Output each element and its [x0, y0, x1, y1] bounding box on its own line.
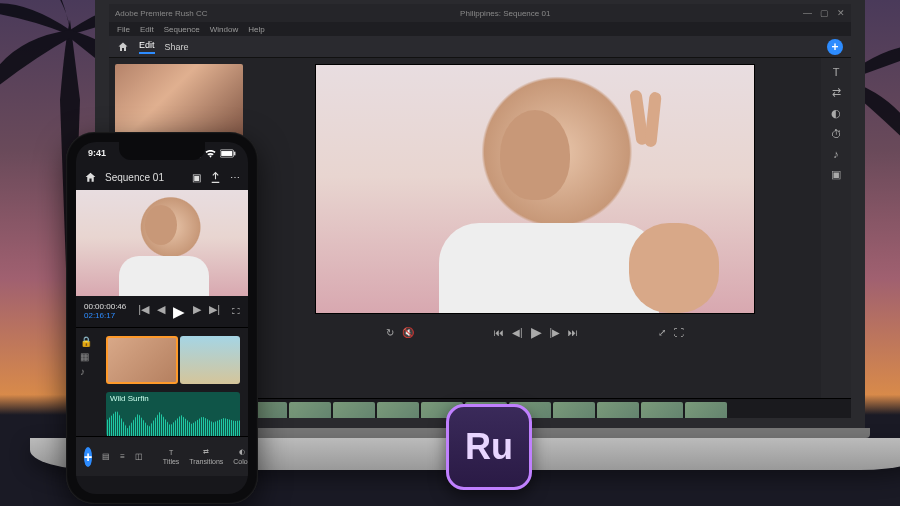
maximize-icon[interactable]: ▢ [820, 8, 829, 18]
home-icon[interactable] [84, 171, 97, 184]
app-title: Adobe Premiere Rush CC [115, 9, 207, 18]
lock-icon[interactable]: 🔒 [80, 336, 92, 347]
menu-edit[interactable]: Edit [140, 25, 154, 34]
transport-controls: ↻ 🔇 ⏮ ◀| ▶ |▶ ⏭ ⤢ [259, 320, 811, 344]
color-icon: ◐ [239, 448, 245, 456]
color-tool[interactable]: ◐ Color [233, 448, 248, 465]
titles-tool[interactable]: T Titles [163, 449, 179, 465]
timeline-clip[interactable] [641, 402, 683, 429]
crop-icon[interactable]: ▣ [831, 168, 841, 181]
transitions-tool[interactable]: ⇄ Transitions [189, 448, 223, 465]
phone-device: 9:41 ▮▮▮ Sequence 01 ▣ ⋯ [66, 132, 258, 504]
speed-icon[interactable]: ⏱ [831, 128, 842, 140]
project-icon[interactable]: ▤ [102, 452, 110, 461]
timeline-clip[interactable] [377, 402, 419, 429]
top-toolbar: Edit Share + [109, 36, 851, 58]
document-title: Philippines: Sequence 01 [460, 9, 550, 18]
next-icon[interactable]: ▶ [193, 303, 201, 321]
right-tool-rail: T ⇄ ◐ ⏱ ♪ ▣ [821, 58, 851, 398]
timeline-clip[interactable] [597, 402, 639, 429]
titles-icon[interactable]: T [833, 66, 840, 78]
mute-icon[interactable]: 🔇 [402, 327, 414, 338]
prev-icon[interactable]: ⏮ [494, 327, 504, 338]
export-icon[interactable] [209, 171, 222, 184]
mobile-app: 9:41 ▮▮▮ Sequence 01 ▣ ⋯ [76, 142, 248, 494]
step-fwd-icon[interactable]: |▶ [550, 327, 561, 338]
phone-notch [119, 142, 205, 160]
timeline-audio-clip[interactable]: Wild Surfin [106, 392, 240, 436]
track-icon[interactable]: ≡ [120, 452, 125, 461]
svg-rect-1 [221, 151, 232, 156]
video-track-icon[interactable]: ▦ [80, 351, 92, 362]
timecode-total: 02:16:17 [84, 312, 126, 321]
expand-icon[interactable]: ⤢ [658, 327, 666, 338]
close-icon[interactable]: ✕ [837, 8, 845, 18]
transitions-icon: ⇄ [203, 448, 209, 456]
add-media-button[interactable]: + [84, 447, 92, 467]
menu-sequence[interactable]: Sequence [164, 25, 200, 34]
battery-icon [220, 149, 236, 158]
titles-icon: T [169, 449, 173, 456]
edit-icon[interactable]: ◫ [135, 452, 143, 461]
video-preview[interactable] [315, 64, 755, 314]
rush-app-label: Ru [465, 426, 513, 468]
rush-app-icon: Ru [446, 404, 532, 490]
prev-icon[interactable]: ◀ [157, 303, 165, 321]
timeline-clip[interactable] [553, 402, 595, 429]
transitions-icon[interactable]: ⇄ [832, 86, 841, 99]
timeline-clip[interactable] [333, 402, 375, 429]
audio-icon[interactable]: ♪ [833, 148, 839, 160]
menu-file[interactable]: File [117, 25, 130, 34]
tab-share[interactable]: Share [165, 42, 189, 52]
timeline-video-clip[interactable] [106, 336, 178, 384]
menu-bar: File Edit Sequence Window Help [109, 22, 851, 36]
step-back-icon[interactable]: |◀ [138, 303, 149, 321]
timeline-clip[interactable] [289, 402, 331, 429]
wifi-icon [205, 149, 216, 158]
audio-clip-label: Wild Surfin [110, 394, 149, 403]
preview-panel: ↻ 🔇 ⏮ ◀| ▶ |▶ ⏭ ⤢ [249, 58, 821, 398]
menu-window[interactable]: Window [210, 25, 238, 34]
mobile-video-preview[interactable] [76, 190, 248, 296]
play-icon[interactable]: ▶ [531, 324, 542, 340]
aspect-icon[interactable]: ▣ [192, 172, 201, 183]
step-back-icon[interactable]: ◀| [512, 327, 523, 338]
minimize-icon[interactable]: — [803, 8, 812, 18]
mobile-header: Sequence 01 ▣ ⋯ [76, 164, 248, 190]
color-icon[interactable]: ◐ [831, 107, 841, 120]
mobile-timeline[interactable]: 🔒 ▦ ♪ Wild Surfin [76, 328, 248, 436]
fullscreen-icon[interactable]: ⛶ [232, 307, 240, 316]
status-time: 9:41 [88, 148, 106, 158]
mobile-transport: 00:00:00:46 02:16:17 |◀ ◀ ▶ ▶ ▶| ⛶ [76, 296, 248, 328]
timeline-video-clip[interactable] [180, 336, 240, 384]
tab-edit[interactable]: Edit [139, 40, 155, 54]
svg-rect-2 [234, 151, 235, 155]
timeline-clip[interactable] [685, 402, 727, 429]
more-icon[interactable]: ⋯ [230, 172, 240, 183]
audio-track-icon[interactable]: ♪ [80, 366, 92, 377]
window-titlebar: Adobe Premiere Rush CC Philippines: Sequ… [109, 4, 851, 22]
play-icon[interactable]: ▶ [173, 303, 185, 321]
add-media-button[interactable]: + [827, 39, 843, 55]
fullscreen-icon[interactable]: ⛶ [674, 327, 684, 338]
menu-help[interactable]: Help [248, 25, 264, 34]
sequence-title[interactable]: Sequence 01 [105, 172, 164, 183]
home-icon[interactable] [117, 41, 129, 53]
mobile-bottom-toolbar: + ▤ ≡ ◫ T Titles ⇄ Transitions ◐ Color [76, 436, 248, 476]
next-icon[interactable]: ⏭ [568, 327, 578, 338]
step-fwd-icon[interactable]: ▶| [209, 303, 220, 321]
loop-icon[interactable]: ↻ [386, 327, 394, 338]
